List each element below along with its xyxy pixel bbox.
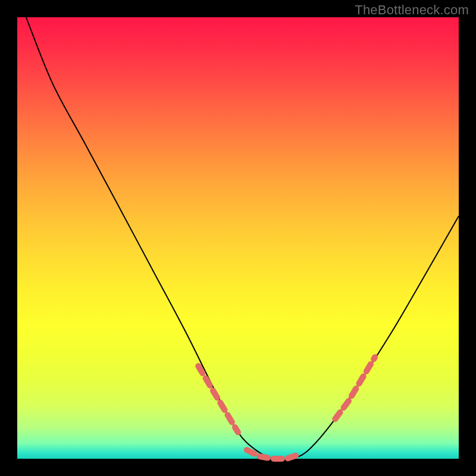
chart-plot-area xyxy=(17,17,459,459)
chart-svg xyxy=(17,17,459,459)
highlight-right-arm xyxy=(335,357,375,419)
highlight-left-arm xyxy=(198,366,238,432)
watermark-label: TheBottleneck.com xyxy=(355,2,469,18)
bottleneck-curve xyxy=(26,17,459,460)
highlight-floor xyxy=(247,450,300,459)
